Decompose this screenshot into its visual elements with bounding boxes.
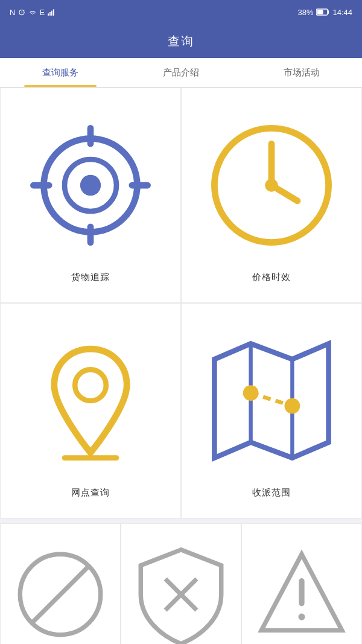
- svg-rect-2: [49, 12, 51, 16]
- bottom-grid: 违禁品 拒收品 特殊规范品: [0, 523, 362, 644]
- map-icon: [194, 323, 349, 479]
- svg-rect-6: [317, 10, 323, 14]
- tab-bar: 查询服务 产品介绍 市场活动: [0, 58, 362, 88]
- target-icon: [13, 107, 168, 263]
- battery-pct: 38%: [297, 8, 313, 17]
- price-timeliness-label: 价格时效: [252, 272, 291, 283]
- status-right: 38% 14:44: [297, 8, 352, 17]
- cargo-track-label: 货物追踪: [71, 272, 110, 283]
- location-icon: [13, 323, 168, 479]
- time-display: 14:44: [332, 8, 352, 17]
- special-norm-item[interactable]: 特殊规范品: [241, 523, 362, 644]
- triangle-warning-icon: [248, 541, 355, 644]
- svg-point-18: [75, 369, 106, 401]
- alarm-icon: [17, 8, 26, 16]
- shield-x-icon: [127, 541, 235, 644]
- status-left: N E: [10, 8, 56, 17]
- tab-product-intro[interactable]: 产品介绍: [121, 58, 241, 87]
- signal-icon: [47, 8, 56, 16]
- svg-rect-4: [53, 9, 54, 15]
- svg-rect-1: [48, 13, 49, 16]
- pickup-range-item[interactable]: 收派范围: [181, 303, 362, 518]
- price-timeliness-item[interactable]: 价格时效: [181, 88, 362, 303]
- cargo-track-item[interactable]: 货物追踪: [0, 88, 181, 303]
- network-query-item[interactable]: 网点查询: [0, 303, 181, 518]
- grid-top: 货物追踪 价格时效 网点查询: [0, 88, 362, 518]
- battery-icon: [316, 8, 329, 16]
- refused-item[interactable]: 拒收品: [121, 523, 241, 644]
- clock-icon: [194, 107, 349, 263]
- status-bar: N E 38% 14:44: [0, 0, 362, 24]
- pickup-range-label: 收派范围: [252, 487, 291, 499]
- main-content: 货物追踪 价格时效 网点查询: [0, 88, 362, 644]
- slash-circle-icon: [7, 541, 114, 644]
- prohibited-item[interactable]: 违禁品: [0, 523, 121, 644]
- svg-line-17: [272, 185, 297, 201]
- main-grid: 货物追踪 价格时效 网点查询: [0, 88, 362, 518]
- network-type: E: [39, 8, 45, 17]
- tab-market-activity[interactable]: 市场活动: [241, 58, 362, 87]
- nfc-indicator: N: [10, 8, 15, 17]
- network-query-label: 网点查询: [71, 487, 110, 499]
- tab-query-service[interactable]: 查询服务: [0, 58, 121, 87]
- svg-point-9: [80, 175, 101, 196]
- svg-rect-3: [51, 11, 52, 16]
- page-header: 查询: [0, 24, 362, 58]
- svg-point-30: [298, 614, 305, 620]
- svg-line-26: [31, 566, 89, 623]
- wifi-icon: [28, 8, 37, 16]
- page-title: 查询: [168, 33, 194, 49]
